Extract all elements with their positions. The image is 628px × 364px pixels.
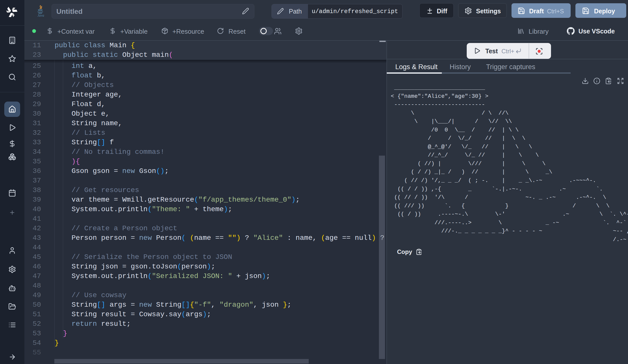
svg-text:Java: Java bbox=[37, 14, 44, 17]
